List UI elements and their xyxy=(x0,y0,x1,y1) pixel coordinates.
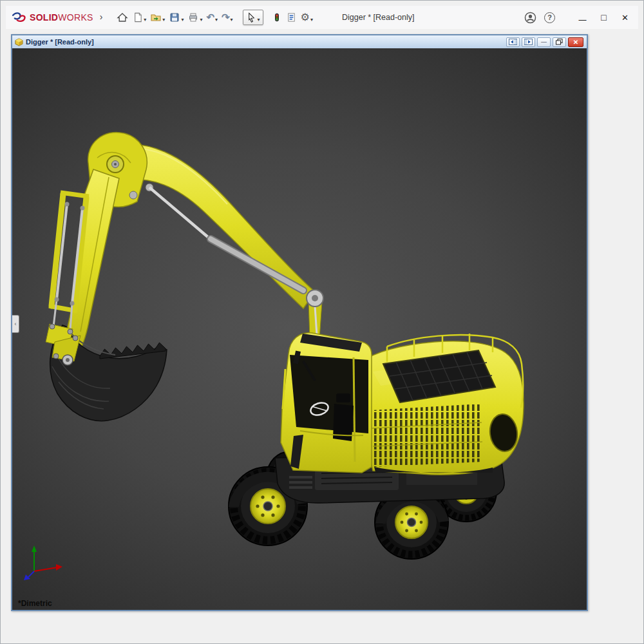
dropdown-arrow-icon[interactable]: ▾ xyxy=(310,17,313,23)
solidworks-logo: SOLIDWORKS xyxy=(8,12,96,23)
cab xyxy=(281,333,372,473)
titlebar-right-cluster: ? — □ ✕ xyxy=(524,7,636,28)
pane-left-button[interactable] xyxy=(506,37,520,47)
dropdown-arrow-icon[interactable]: ▾ xyxy=(162,17,165,23)
pane-left-icon xyxy=(509,39,517,45)
part-document-icon xyxy=(15,38,23,46)
pane-right-icon xyxy=(524,39,533,45)
maximize-button[interactable]: □ xyxy=(593,7,614,28)
dropdown-arrow-icon[interactable]: ▾ xyxy=(144,17,146,23)
select-tool-button[interactable]: ▾ xyxy=(243,10,263,25)
quick-access-toolbar: ▾ ▾ ▾ xyxy=(115,10,315,25)
view-orientation-label: *Dimetric xyxy=(18,599,52,608)
main-titlebar[interactable]: SOLIDWORKS › ▾ ▾ xyxy=(6,6,638,29)
window-controls: — □ ✕ xyxy=(572,7,636,28)
options-button[interactable]: ⚙ ▾ xyxy=(299,10,315,24)
help-icon[interactable]: ? xyxy=(544,12,555,23)
dropdown-arrow-icon[interactable]: ▾ xyxy=(258,17,260,23)
document-window: Digger * [Read-only] — xyxy=(11,34,588,611)
user-account-icon[interactable] xyxy=(524,12,536,24)
reference-triad xyxy=(24,545,62,580)
save-icon xyxy=(169,12,180,23)
featuremanager-collapse-tab[interactable]: ‹ xyxy=(12,315,19,333)
undo-icon: ↶ xyxy=(206,12,214,23)
redo-icon: ↷ xyxy=(222,12,230,23)
print-icon xyxy=(187,12,199,23)
document-window-controls: — ✕ xyxy=(506,37,584,47)
graphics-viewport[interactable]: ‹ *Dimetric xyxy=(12,48,587,610)
redo-button[interactable]: ↷ ▾ xyxy=(220,10,235,24)
select-cursor-icon xyxy=(246,12,257,23)
brand-name: SOLIDWORKS xyxy=(30,12,93,23)
toolbar-expand-chevron[interactable]: › xyxy=(96,12,109,23)
options-gear-icon: ⚙ xyxy=(301,12,310,23)
boom-assembly xyxy=(46,132,323,421)
dropdown-arrow-icon[interactable]: ▾ xyxy=(181,17,184,23)
excavator-model[interactable] xyxy=(12,48,587,610)
file-properties-icon xyxy=(286,12,297,23)
undo-button[interactable]: ↶ ▾ xyxy=(204,10,220,24)
new-document-button[interactable]: ▾ xyxy=(130,10,148,25)
doc-close-button[interactable]: ✕ xyxy=(568,37,583,47)
close-button[interactable]: ✕ xyxy=(614,7,636,28)
dropdown-arrow-icon[interactable]: ▾ xyxy=(200,17,202,23)
active-document-title: Digger * [Read-only] xyxy=(342,13,415,22)
dropdown-arrow-icon[interactable]: ▾ xyxy=(231,17,233,23)
save-button[interactable]: ▾ xyxy=(167,10,185,25)
solidworks-window: SOLIDWORKS › ▾ ▾ xyxy=(0,0,644,644)
pane-right-button[interactable] xyxy=(522,37,535,47)
print-button[interactable]: ▾ xyxy=(185,10,204,25)
new-document-icon xyxy=(132,12,143,23)
file-properties-button[interactable] xyxy=(284,10,299,25)
home-button[interactable] xyxy=(115,10,130,25)
home-icon xyxy=(117,12,128,23)
document-titlebar[interactable]: Digger * [Read-only] — xyxy=(12,35,587,48)
open-button[interactable]: ▾ xyxy=(148,10,167,25)
doc-minimize-button[interactable]: — xyxy=(537,37,551,47)
rebuild-stoplight-icon xyxy=(272,12,282,23)
3ds-logo-mark xyxy=(11,12,27,23)
collapse-arrow-icon: ‹ xyxy=(15,321,17,327)
minimize-button[interactable]: — xyxy=(572,7,593,28)
dropdown-arrow-icon[interactable]: ▾ xyxy=(215,17,218,23)
document-title: Digger * [Read-only] xyxy=(26,38,94,46)
engine-house xyxy=(360,334,524,475)
rebuild-button[interactable] xyxy=(270,10,284,25)
open-folder-icon xyxy=(150,12,162,23)
doc-restore-button[interactable] xyxy=(553,37,566,47)
restore-icon xyxy=(556,39,563,45)
